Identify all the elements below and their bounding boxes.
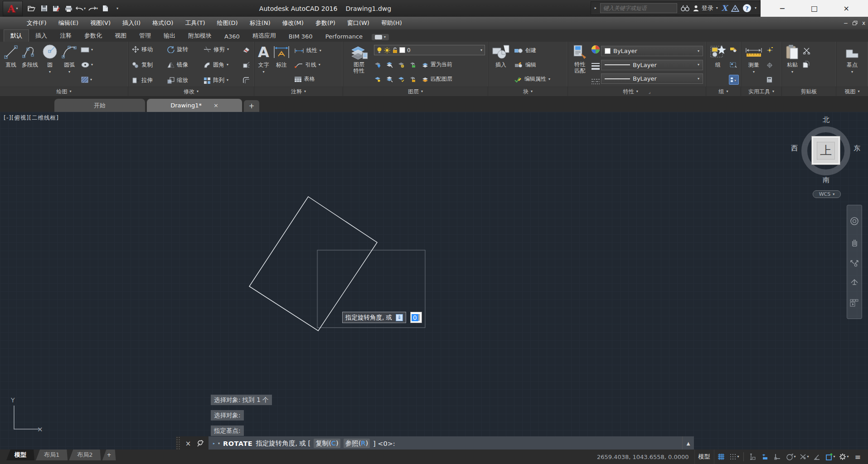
layer-on-bulb-icon[interactable] bbox=[377, 47, 382, 53]
app-menu-button[interactable]: A ▾ bbox=[3, 1, 23, 16]
menu-view[interactable]: 视图(V) bbox=[84, 17, 116, 29]
layer-walk-icon[interactable] bbox=[386, 61, 393, 68]
chevron-down-icon[interactable]: ▾ bbox=[319, 63, 320, 67]
new-layout-button[interactable]: + bbox=[102, 450, 116, 460]
cut-button[interactable] bbox=[802, 46, 812, 56]
stretch-button[interactable]: 拉伸 bbox=[130, 75, 165, 86]
isometric-drafting-toggle[interactable]: ▾ bbox=[785, 451, 797, 463]
wrench-icon[interactable] bbox=[196, 440, 204, 447]
ribbon-tab-output[interactable]: 输出 bbox=[157, 30, 182, 42]
match-properties-button[interactable]: 特性匹配 bbox=[570, 43, 590, 87]
dialog-launcher-icon[interactable]: ⌟ bbox=[649, 89, 651, 94]
id-point-button[interactable] bbox=[766, 60, 774, 70]
chevron-down-icon[interactable]: ▾ bbox=[794, 455, 796, 459]
edit-attributes-button[interactable]: 编辑属性▾ bbox=[513, 73, 552, 85]
option-copy[interactable]: 复制(C) bbox=[314, 439, 340, 448]
measure-button[interactable]: 测量 ▾ bbox=[743, 43, 765, 87]
table-button[interactable]: 表格 bbox=[293, 73, 323, 85]
layer-match-small-icon[interactable] bbox=[386, 76, 393, 82]
chevron-down-icon[interactable]: ▾ bbox=[68, 70, 70, 74]
file-tab-start[interactable]: 开始 bbox=[54, 99, 145, 112]
layer-lock-icon[interactable] bbox=[392, 47, 398, 53]
chevron-down-icon[interactable]: ▾ bbox=[320, 49, 321, 53]
annotation-scale-button[interactable]: ▾ bbox=[824, 451, 837, 463]
minimize-button[interactable]: − bbox=[772, 2, 793, 15]
tab-layout1[interactable]: 布局1 bbox=[36, 450, 68, 460]
arc-button[interactable]: 圆弧 ▾ bbox=[60, 43, 79, 87]
new-drawing-button[interactable] bbox=[100, 3, 111, 14]
viewcube-south[interactable]: 南 bbox=[823, 176, 829, 184]
ribbon-tab-insert[interactable]: 插入 bbox=[29, 30, 53, 42]
quick-calc-button[interactable] bbox=[766, 75, 774, 85]
menu-tools[interactable]: 工具(T) bbox=[179, 17, 211, 29]
viewcube-west[interactable]: 西 bbox=[791, 144, 798, 153]
ortho-mode-toggle[interactable] bbox=[772, 451, 784, 463]
group-selection-toggle[interactable] bbox=[729, 75, 739, 85]
chevron-down-icon[interactable]: ▾ bbox=[737, 455, 739, 459]
layer-color-swatch[interactable] bbox=[399, 47, 405, 53]
ribbon-tab-featured-apps[interactable]: 精选应用 bbox=[246, 30, 282, 42]
close-button[interactable]: × bbox=[836, 2, 857, 15]
isolate-layer-icon[interactable] bbox=[374, 61, 381, 68]
color-wheel-icon[interactable] bbox=[591, 45, 600, 54]
menu-file[interactable]: 文件(F) bbox=[21, 17, 53, 29]
rotated-rectangle[interactable] bbox=[249, 197, 377, 331]
viewcube[interactable]: 北 西 东 南 上 WCS▾ bbox=[791, 116, 863, 204]
redo-button[interactable]: ▾ bbox=[87, 3, 98, 14]
object-snap-toggle[interactable] bbox=[759, 451, 771, 463]
lineweight-select[interactable]: ByLayer▾ bbox=[601, 60, 703, 70]
set-current-layer-button[interactable]: 置为当前 bbox=[420, 59, 454, 70]
maximize-button[interactable]: □ bbox=[804, 2, 825, 15]
exchange-apps-icon[interactable]: X bbox=[722, 4, 727, 13]
scale-button[interactable]: 缩放 bbox=[165, 75, 202, 86]
chevron-down-icon[interactable]: ▾ bbox=[227, 63, 228, 67]
menu-help[interactable]: 帮助(H) bbox=[375, 17, 408, 29]
plot-button[interactable] bbox=[63, 3, 74, 14]
ribbon-tab-manage[interactable]: 管理 bbox=[133, 30, 157, 42]
layer-unlock-icon[interactable] bbox=[409, 76, 416, 82]
panel-label-properties[interactable]: 特性▾⌟ bbox=[568, 87, 706, 96]
layer-lock-small-icon[interactable] bbox=[409, 61, 416, 68]
panel-label-draw[interactable]: 绘图▾ bbox=[0, 87, 128, 96]
ribbon-tab-a360[interactable]: A360 bbox=[218, 31, 246, 42]
explode-button[interactable] bbox=[241, 59, 252, 70]
object-snap-tracking-toggle[interactable]: ▾ bbox=[798, 451, 810, 463]
viewcube-top-face[interactable]: 上 bbox=[812, 136, 840, 164]
signin-button[interactable]: 登录 ▾ bbox=[693, 4, 718, 12]
menu-modify[interactable]: 修改(M) bbox=[276, 17, 310, 29]
linear-dimension-button[interactable]: 线性▾ bbox=[293, 45, 323, 56]
navigation-wheel-icon[interactable] bbox=[850, 217, 859, 226]
panel-label-layers[interactable]: 图层▾ bbox=[343, 87, 488, 96]
array-button[interactable]: 阵列▾ bbox=[202, 75, 241, 86]
offset-button[interactable] bbox=[241, 75, 252, 86]
dimension-button[interactable]: 标注 bbox=[271, 43, 292, 87]
mirror-button[interactable]: 镜像 bbox=[165, 59, 202, 70]
ungroup-button[interactable] bbox=[729, 45, 739, 55]
help-button[interactable]: ? bbox=[743, 4, 751, 12]
command-line-bar[interactable]: × ▸ ▾ ROTATE 指定旋转角度, 或 [ 复制(C) 参照(R) ] <… bbox=[176, 436, 694, 450]
grid-display-toggle[interactable] bbox=[715, 451, 727, 463]
layer-freeze-sun-icon[interactable] bbox=[384, 47, 390, 53]
undo-button[interactable]: ▾ bbox=[75, 3, 86, 14]
menu-insert[interactable]: 插入(I) bbox=[116, 17, 146, 29]
chevron-down-icon[interactable]: ▾ bbox=[227, 78, 228, 82]
panel-label-groups[interactable]: 组▾ bbox=[706, 87, 741, 96]
tab-layout2[interactable]: 布局2 bbox=[69, 450, 101, 460]
erase-button[interactable] bbox=[241, 44, 252, 55]
save-as-button[interactable] bbox=[51, 3, 62, 14]
chevron-down-icon[interactable]: ▾ bbox=[262, 70, 264, 74]
viewcube-north[interactable]: 北 bbox=[823, 116, 829, 124]
leader-button[interactable]: 引线▾ bbox=[293, 59, 323, 71]
showmotion-icon[interactable] bbox=[850, 299, 859, 307]
ribbon-tab-view[interactable]: 视图 bbox=[108, 30, 133, 42]
command-prompt[interactable]: ▸ ▾ ROTATE 指定旋转角度, 或 [ 复制(C) 参照(R) ] <0>… bbox=[209, 436, 682, 450]
circle-button[interactable]: 圆 ▾ bbox=[40, 43, 60, 87]
linetype-select[interactable]: ByLayer▾ bbox=[601, 73, 703, 84]
annotation-monitor-toggle[interactable] bbox=[811, 451, 823, 463]
quick-select-button[interactable] bbox=[766, 45, 774, 55]
group-button[interactable]: 组 bbox=[708, 43, 728, 87]
chevron-down-icon[interactable]: ▾ bbox=[807, 455, 809, 459]
copy-clip-button[interactable] bbox=[802, 59, 812, 69]
doc-close-button[interactable]: x bbox=[862, 20, 865, 26]
menu-dimension[interactable]: 标注(N) bbox=[244, 17, 276, 29]
